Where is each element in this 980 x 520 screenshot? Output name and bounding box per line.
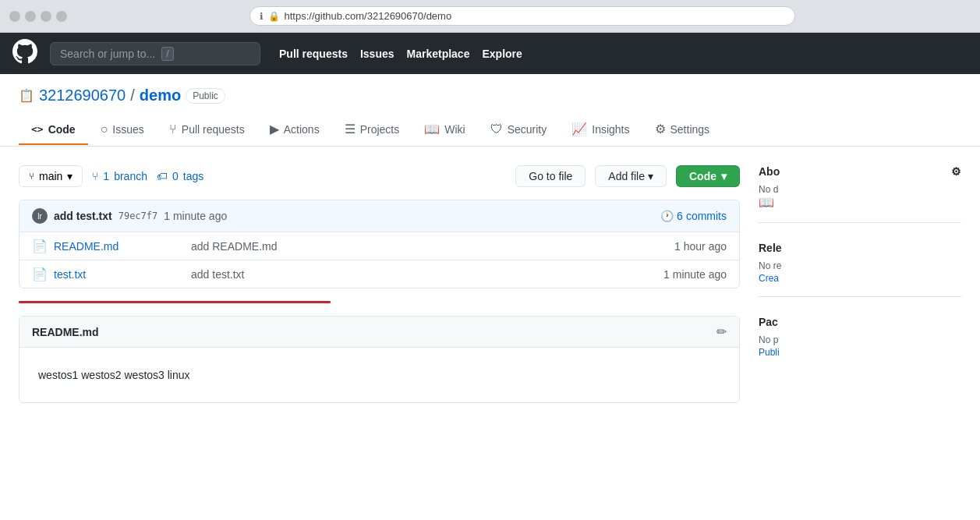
nav-pull-requests[interactable]: Pull requests <box>279 48 348 60</box>
readme-edit-icon[interactable]: ✏ <box>716 324 727 339</box>
gear-icon[interactable]: ⚙ <box>951 165 961 178</box>
repo-owner-link[interactable]: 3212690670 <box>39 87 126 104</box>
readme-box: README.md ✏ westos1 westos2 westos3 linu… <box>19 316 740 403</box>
search-box[interactable]: Search or jump to... / <box>50 42 260 65</box>
tab-insights-label: Insights <box>592 123 629 136</box>
add-file-label: Add file <box>608 170 645 182</box>
branch-count-link[interactable]: ⑂ 1 branch <box>92 170 147 182</box>
branch-count-number: 1 <box>103 170 109 182</box>
tab-pull-requests[interactable]: ⑂ Pull requests <box>157 115 257 146</box>
create-release-link[interactable]: Crea <box>759 273 779 284</box>
latest-commit-message[interactable]: add test.txt <box>54 210 112 222</box>
tab-actions-label: Actions <box>284 123 320 136</box>
repo-type-icon: 📋 <box>19 88 34 103</box>
commits-count: 6 <box>677 210 683 222</box>
tab-projects-label: Projects <box>360 123 400 136</box>
info-icon: ℹ <box>260 11 264 22</box>
code-button-chevron: ▾ <box>721 170 727 182</box>
github-logo[interactable] <box>12 39 37 69</box>
code-tab-icon: <> <box>31 123 44 135</box>
security-tab-icon: 🛡 <box>490 122 503 136</box>
releases-title: Rele <box>759 242 782 254</box>
sidebar: Abo ⚙ No d 📖 Rele No re Crea Pac No p Pu… <box>759 165 961 403</box>
tab-security[interactable]: 🛡 Security <box>478 115 560 146</box>
repo-name-link[interactable]: demo <box>140 87 181 104</box>
tab-code[interactable]: <> Code <box>19 115 88 145</box>
refresh-button[interactable]: ↻ <box>41 11 51 22</box>
back-button[interactable]: ◀ <box>9 11 20 22</box>
add-file-chevron: ▾ <box>648 170 653 182</box>
repo-header: 📋 3212690670 / demo Public <> Code ○ Iss… <box>0 74 980 147</box>
lock-icon: 🔒 <box>268 11 280 22</box>
packages-section: Pac No p Publi <box>759 316 961 370</box>
browser-chrome: ◀ ▶ ↻ ⌂ ℹ 🔒 https://github.com/321269067… <box>0 0 980 33</box>
releases-heading: Rele <box>759 242 961 254</box>
file-icon: 📄 <box>32 239 48 253</box>
visibility-badge: Public <box>186 88 225 104</box>
branch-selector-icon: ⑂ <box>29 171 34 182</box>
releases-section: Rele No re Crea <box>759 242 961 297</box>
tab-projects[interactable]: ☰ Projects <box>332 114 412 146</box>
about-heading: Abo ⚙ <box>759 165 961 178</box>
about-description: No d <box>759 184 961 195</box>
nav-marketplace[interactable]: Marketplace <box>407 48 470 60</box>
repo-tabs: <> Code ○ Issues ⑂ Pull requests ▶ Actio… <box>19 114 961 146</box>
home-button[interactable]: ⌂ <box>56 11 67 22</box>
go-to-file-button[interactable]: Go to file <box>515 165 586 187</box>
history-icon: 🕐 <box>660 210 674 222</box>
committer-avatar: lr <box>32 208 48 224</box>
readme-content: westos1 westos2 westos3 linux <box>19 348 739 402</box>
forward-button[interactable]: ▶ <box>25 11 36 22</box>
commits-history-link[interactable]: 🕐 6 commits <box>660 210 727 222</box>
nav-explore[interactable]: Explore <box>482 48 522 60</box>
tab-insights[interactable]: 📈 Insights <box>559 114 642 146</box>
packages-no-packages: No p <box>759 334 961 345</box>
tag-count-label: tags <box>183 170 203 182</box>
breadcrumb-separator: / <box>130 87 135 104</box>
tab-settings-label: Settings <box>670 123 710 136</box>
slash-shortcut: / <box>161 47 173 61</box>
table-row: 📄 README.md add README.md 1 hour ago <box>19 232 739 260</box>
branch-selector-chevron: ▾ <box>67 170 73 182</box>
branch-selector-name: main <box>39 170 62 182</box>
tab-code-label: Code <box>48 123 76 136</box>
tab-pull-requests-label: Pull requests <box>182 123 245 136</box>
nav-issues[interactable]: Issues <box>360 48 394 60</box>
file-name-link[interactable]: test.txt <box>54 268 179 281</box>
branch-count-icon: ⑂ <box>92 170 98 182</box>
tag-count-link[interactable]: 🏷 0 tags <box>157 170 203 182</box>
projects-tab-icon: ☰ <box>345 122 356 136</box>
commit-bar: lr add test.txt 79ec7f7 1 minute ago 🕐 6… <box>19 200 739 232</box>
tag-icon: 🏷 <box>157 170 168 182</box>
publish-package-link[interactable]: Publi <box>759 347 780 358</box>
branch-count-label: branch <box>114 170 147 182</box>
commit-hash[interactable]: 79ec7f7 <box>119 210 158 221</box>
github-header: Search or jump to... / Pull requests Iss… <box>0 33 980 74</box>
breadcrumb: 📋 3212690670 / demo Public <box>19 87 961 104</box>
tab-wiki[interactable]: 📖 Wiki <box>412 114 477 146</box>
add-file-button[interactable]: Add file ▾ <box>595 165 667 187</box>
file-modified-time: 1 hour ago <box>674 240 727 253</box>
tab-issues[interactable]: ○ Issues <box>88 115 157 146</box>
file-name-link[interactable]: README.md <box>54 240 179 253</box>
address-bar[interactable]: ℹ 🔒 https://github.com/3212690670/demo <box>249 6 795 26</box>
commits-label: commits <box>686 210 727 222</box>
pull-requests-tab-icon: ⑂ <box>169 122 177 136</box>
tab-security-label: Security <box>508 123 547 136</box>
code-button[interactable]: Code ▾ <box>676 165 740 187</box>
wiki-tab-icon: 📖 <box>424 122 440 136</box>
scroll-indicator <box>19 301 331 303</box>
branch-selector-button[interactable]: ⑂ main ▾ <box>19 165 83 187</box>
packages-heading: Pac <box>759 316 961 328</box>
issues-tab-icon: ○ <box>101 122 108 136</box>
tab-settings[interactable]: ⚙ Settings <box>642 114 723 146</box>
file-bar: ⑂ main ▾ ⑂ 1 branch 🏷 0 tags Go to file … <box>19 165 740 187</box>
committer-initials: lr <box>37 212 42 221</box>
tab-actions[interactable]: ▶ Actions <box>257 114 332 146</box>
url-text: https://github.com/3212690670/demo <box>285 10 452 22</box>
about-title: Abo <box>759 165 780 178</box>
actions-tab-icon: ▶ <box>270 122 279 136</box>
repo-content: ⑂ main ▾ ⑂ 1 branch 🏷 0 tags Go to file … <box>19 165 740 403</box>
readme-header: README.md ✏ <box>19 317 739 348</box>
file-icon: 📄 <box>32 267 48 281</box>
